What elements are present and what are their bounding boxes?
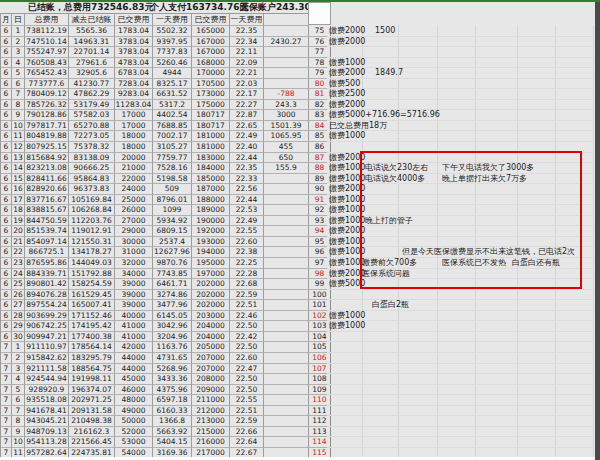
cell-payment-note[interactable]: 缴费2000 [329,269,365,280]
column-header-day-fee[interactable]: 一天费用 [153,14,192,26]
cell-month[interactable]: 7 [1,427,12,438]
cell-minus-settled[interactable]: 106268.84 [69,205,115,216]
cell-extra-amount[interactable]: 455 [264,142,309,153]
cell-extra-amount[interactable] [264,279,309,290]
cell-paid-fee[interactable]: 49000 [115,406,153,417]
cell-paid-fee-2[interactable]: 190000 [192,216,230,227]
cell-note[interactable]: 白蛋白还有瓶 [512,258,560,269]
cell-month[interactable]: 6 [1,237,12,248]
cell-day-fee[interactable]: 5260.46 [153,58,192,69]
cell-day-fee-2[interactable]: 22.11 [230,47,264,58]
cell-minus-settled[interactable]: 95864.83 [69,174,115,185]
cell-note[interactable]: 电话说欠230左右 [365,163,428,174]
cell-extra-amount[interactable] [264,321,309,332]
cell-paid-fee[interactable]: 3783.04 [115,47,153,58]
cell-month[interactable]: 6 [1,121,12,132]
cell-day-fee-2[interactable]: 22.50 [230,374,264,385]
cell-day-fee-2[interactable]: 22.51 [230,300,264,311]
cell-day[interactable]: 9 [12,110,25,121]
cell-day-fee-2[interactable]: 22.09 [230,58,264,69]
cell-day-fee-2[interactable]: 22.44 [230,153,264,164]
cell-paid-fee-2[interactable]: 167000 [192,37,230,48]
cell-paid-fee[interactable]: 41000 [115,321,153,332]
cell-payment-note[interactable]: 缴费2000 [329,100,365,111]
cell-paid-fee[interactable]: 42000 [115,342,153,353]
cell-day-fee-2[interactable]: 22.47 [230,364,264,375]
cell-note[interactable]: 医保系统问题 [362,269,410,280]
cell-minus-settled[interactable]: 165007.41 [69,300,115,311]
cell-paid-fee[interactable]: 18000 [115,131,153,142]
cell-day-fee[interactable]: 6145.05 [153,311,192,322]
cell-day[interactable]: 16 [12,184,25,195]
cell-total-fee[interactable]: 738112.19 [25,26,69,37]
cell-day-fee[interactable]: 6461.71 [153,279,192,290]
cell-minus-settled[interactable]: 65270.88 [69,121,115,132]
cell-day-fee[interactable]: 509 [153,184,192,195]
cell-minus-settled[interactable]: 57582.03 [69,110,115,121]
cell-paid-fee[interactable]: 44000 [115,353,153,364]
cell-payment-note[interactable]: 缴费1000 [329,311,365,322]
cell-payment-note[interactable]: 缴费2000 [329,184,365,195]
cell-paid-fee[interactable]: 40000 [115,311,153,322]
cell-total-fee[interactable]: 823213.08 [25,163,69,174]
cell-paid-fee-2[interactable]: 193000 [192,237,230,248]
cell-total-fee[interactable]: 909947.21 [25,332,69,343]
cell-paid-fee-2[interactable]: 180717 [192,121,230,132]
cell-paid-fee-2[interactable]: 188000 [192,195,230,206]
cell-day[interactable]: 30 [12,332,25,343]
cell-day-fee[interactable]: 7688.85 [153,121,192,132]
cell-paid-fee-2[interactable]: 213000 [192,416,230,427]
cell-month[interactable]: 6 [1,89,12,100]
cell-extra-amount[interactable] [264,416,309,427]
cell-month[interactable]: 6 [1,195,12,206]
cell-month[interactable]: 6 [1,332,12,343]
cell-day[interactable]: 8 [12,416,25,427]
cell-minus-settled[interactable]: 96373.83 [69,184,115,195]
cell-day-fee[interactable]: 7743.85 [153,269,192,280]
cell-day[interactable]: 28 [12,311,25,322]
cell-minus-settled[interactable]: 183295.79 [69,353,115,364]
cell-paid-fee[interactable]: 44000 [115,364,153,375]
cell-extra-amount[interactable] [264,290,309,301]
cell-day[interactable]: 6 [12,395,25,406]
cell-month[interactable]: 6 [1,290,12,301]
cell-total-fee[interactable]: 894076.28 [25,290,69,301]
cell-day-fee[interactable]: 1099 [153,205,192,216]
cell-day-fee-2[interactable]: 22.87 [230,110,264,121]
cell-day-fee[interactable]: 1366.8 [153,416,192,427]
cell-paid-fee-2[interactable]: 204000 [192,332,230,343]
cell-extra-amount[interactable] [264,269,309,280]
cell-total-fee[interactable]: 943045.21 [25,416,69,427]
cell-total-fee[interactable]: 828920.66 [25,184,69,195]
cell-minus-settled[interactable]: 177400.38 [69,332,115,343]
cell-day-fee-2[interactable]: 22.35 [230,163,264,174]
cell-month[interactable]: 6 [1,47,12,58]
cell-paid-fee-2[interactable]: 202000 [192,279,230,290]
cell-day-fee[interactable]: 3042.96 [153,321,192,332]
cell-extra-amount[interactable] [264,311,309,322]
cell-total-fee[interactable]: 924544.94 [25,374,69,385]
cell-paid-fee[interactable]: 48000 [115,395,153,406]
cell-minus-settled[interactable]: 14963.31 [69,37,115,48]
cell-paid-fee[interactable]: 22000 [115,174,153,185]
cell-month[interactable]: 6 [1,205,12,216]
cell-day[interactable]: 7 [12,406,25,417]
cell-day-fee-2[interactable]: 22.66 [230,427,264,438]
column-header-day[interactable]: 日 [12,14,25,26]
cell-day-fee[interactable]: 4402.54 [153,110,192,121]
cell-day-fee-2[interactable]: 22.25 [230,258,264,269]
cell-paid-fee-2[interactable]: 202000 [192,290,230,301]
cell-day-fee-2[interactable]: 22.60 [230,237,264,248]
cell-extra-amount[interactable] [264,58,309,69]
cell-minus-settled[interactable]: 161529.45 [69,290,115,301]
cell-paid-fee-2[interactable]: 208000 [192,374,230,385]
cell-extra-amount[interactable] [264,247,309,258]
cell-note[interactable]: 晚上打的管子 [365,216,413,227]
cell-note[interactable]: 医保系统已不发热 [442,258,506,269]
cell-paid-fee-2[interactable]: 185000 [192,174,230,185]
cell-extra-amount[interactable] [264,406,309,417]
cell-total-fee[interactable]: 790128.86 [25,110,69,121]
cell-day-fee-2[interactable]: 22.27 [230,100,264,111]
cell-day-fee-2[interactable]: 22.51 [230,406,264,417]
cell-day-fee-2[interactable]: 22.49 [230,131,264,142]
